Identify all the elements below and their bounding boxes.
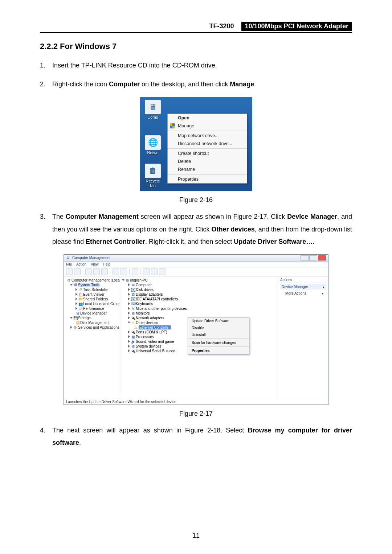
dev-keyboards[interactable]: ⌨Keyboards xyxy=(122,301,275,306)
instruction-list-cont: The Computer Management screen will appe… xyxy=(40,210,352,248)
ctx-disconnect-drive[interactable]: Disconnect network drive... xyxy=(168,140,247,148)
ctx-rename[interactable]: Rename xyxy=(168,165,247,173)
dev-display-adapters[interactable]: 🖥Display adapters xyxy=(122,292,275,297)
desktop-icon-computer-label: Comp xyxy=(143,115,163,119)
menu-view[interactable]: View xyxy=(91,262,99,266)
toolbar-button[interactable] xyxy=(85,268,92,275)
tree-root[interactable]: ⚙Computer Management (Local xyxy=(65,278,119,283)
menu-action[interactable]: Action xyxy=(76,262,86,266)
actions-section[interactable]: Device Manager xyxy=(280,284,326,290)
ctx2-disable[interactable]: Disable xyxy=(188,324,249,331)
uac-shield-icon xyxy=(170,123,175,128)
header-rule xyxy=(40,32,352,33)
section-heading: 2.2.2 For Windows 7 xyxy=(40,42,352,51)
dev-root[interactable]: 🖥english-PC xyxy=(122,278,275,283)
actions-heading: Actions xyxy=(280,278,326,283)
tree-storage[interactable]: 💾Storage xyxy=(65,316,119,320)
menu-help[interactable]: Help xyxy=(103,262,110,266)
step-3-text: The xyxy=(52,213,66,220)
instruction-list-cont2: The next screen will appear as shown in … xyxy=(40,424,352,449)
dev-ide[interactable]: 💽IDE ATA/ATAPI controllers xyxy=(122,297,275,301)
ctx2-separator xyxy=(188,346,249,347)
tree-services-apps[interactable]: ⚙Services and Applications xyxy=(65,325,119,330)
ctx2-scan[interactable]: Scan for hardware changes xyxy=(188,339,249,346)
app-icon: ⚙ xyxy=(66,256,70,260)
step-2-bold-computer: Computer xyxy=(109,81,140,88)
toolbar-separator xyxy=(140,268,141,275)
step-3-text: screen will appear as shown in Figure 2-… xyxy=(139,213,287,220)
ctx-separator xyxy=(168,174,247,175)
tree-disk-management[interactable]: 📀Disk Management xyxy=(65,320,119,325)
step-2-bold-manage: Manage xyxy=(230,81,254,88)
minimize-button[interactable] xyxy=(301,255,309,260)
toolbar-back-button[interactable] xyxy=(66,268,73,275)
close-button[interactable] xyxy=(318,255,326,260)
ctx-delete[interactable]: Delete xyxy=(168,157,247,165)
ctx2-separator xyxy=(188,338,249,339)
figure-2-17-caption: Figure 2-17 xyxy=(40,410,352,418)
tree-device-manager[interactable]: 🖥Device Manager xyxy=(65,311,119,316)
chevron-right-icon xyxy=(322,291,324,295)
instruction-list: Insert the TP-LINK Resource CD into the … xyxy=(40,59,352,90)
header-product-name: 10/100Mbps PCI Network Adapter xyxy=(241,22,352,31)
ctx-manage-label: Manage xyxy=(178,123,194,128)
step-2-text-e: . xyxy=(254,81,256,88)
tree-task-scheduler[interactable]: ⏱Task Scheduler xyxy=(65,287,119,292)
desktop-icon-recyclebin-label: Recycle Bin xyxy=(143,179,163,188)
step-3-bold: Other devices xyxy=(212,226,255,233)
step-3-text: . xyxy=(313,238,314,245)
toolbar-button[interactable] xyxy=(159,268,166,275)
tree-shared-folders[interactable]: 📂Shared Folders xyxy=(65,297,119,301)
actions-more-label: More Actions xyxy=(285,291,306,295)
dev-disk-drives[interactable]: 💽Disk drives xyxy=(122,287,275,292)
step-3-bold: Ethernet Controller xyxy=(86,238,145,245)
step-3-bold: Device Manager xyxy=(287,213,337,220)
maximize-button[interactable] xyxy=(309,255,317,260)
ctx-map-drive[interactable]: Map network drive... xyxy=(168,132,247,140)
ctx2-update-driver[interactable]: Update Driver Software... xyxy=(188,317,249,324)
toolbar-button[interactable] xyxy=(151,268,158,275)
context-menu: Open Manage Map network drive... Disconn… xyxy=(167,114,247,184)
step-2: Right-click the icon Computer on the des… xyxy=(40,78,352,90)
step-3-bold: Computer Management xyxy=(66,213,139,220)
ctx-create-shortcut[interactable]: Create shortcut xyxy=(168,149,247,157)
desktop-icon-computer[interactable]: 🖥 Comp xyxy=(143,100,163,119)
dev-mice[interactable]: 🖱Mice and other pointing devices xyxy=(122,306,275,311)
toolbar-button[interactable] xyxy=(132,268,138,275)
tree-system-tools[interactable]: 🛠System Tools xyxy=(65,283,119,287)
step-2-text-c: on the desktop, and then click xyxy=(140,81,230,88)
actions-more[interactable]: More Actions xyxy=(280,291,326,296)
device-context-menu: Update Driver Software... Disable Uninst… xyxy=(188,317,249,354)
menu-file[interactable]: File xyxy=(66,262,72,266)
dev-computer[interactable]: 🖥Computer xyxy=(122,283,275,287)
desktop-screenshot: 🖥 Comp 🌐 Netwo 🗑 Recycle Bin Open Manage… xyxy=(140,97,252,191)
toolbar-separator xyxy=(129,268,130,275)
actions-section-label: Device Manager xyxy=(282,285,308,289)
tree-local-users[interactable]: 👥Local Users and Groups xyxy=(65,301,119,306)
toolbar-button[interactable] xyxy=(93,268,100,275)
ctx-separator xyxy=(168,148,247,149)
dev-monitors[interactable]: 🖥Monitors xyxy=(122,311,275,316)
ctx-manage[interactable]: Manage xyxy=(168,122,247,130)
ctx2-uninstall[interactable]: Uninstall xyxy=(188,331,249,338)
window-titlebar[interactable]: ⚙ Computer Management xyxy=(64,255,328,262)
ctx-separator xyxy=(168,131,247,131)
ctx2-properties[interactable]: Properties xyxy=(188,347,249,354)
toolbar-forward-button[interactable] xyxy=(74,268,81,275)
toolbar-separator xyxy=(83,268,83,275)
toolbar-button[interactable] xyxy=(143,268,150,275)
step-4-text: The next screen will appear as shown in … xyxy=(52,427,248,434)
tree-event-viewer[interactable]: 📋Event Viewer xyxy=(65,292,119,297)
figure-2-16-caption: Figure 2-16 xyxy=(40,196,352,204)
menu-bar: File Action View Help xyxy=(64,262,328,267)
desktop-icon-recyclebin[interactable]: 🗑 Recycle Bin xyxy=(143,164,163,188)
toolbar-button[interactable] xyxy=(113,268,119,275)
desktop-icon-network[interactable]: 🌐 Netwo xyxy=(143,135,163,155)
toolbar-button[interactable] xyxy=(121,268,127,275)
ctx-open[interactable]: Open xyxy=(168,114,247,122)
network-icon: 🌐 xyxy=(145,135,161,150)
ctx-properties[interactable]: Properties xyxy=(168,175,247,183)
tree-performance[interactable]: 📈Performance xyxy=(65,306,119,311)
step-3: The Computer Management screen will appe… xyxy=(40,210,352,248)
toolbar-button[interactable] xyxy=(101,268,108,275)
